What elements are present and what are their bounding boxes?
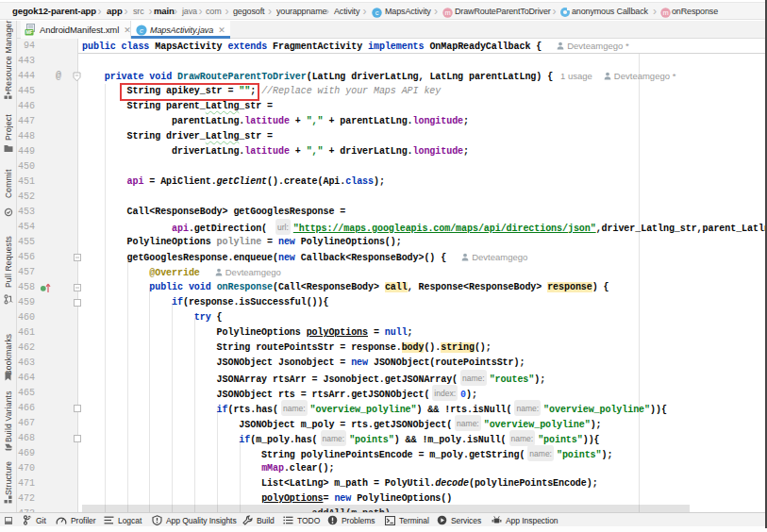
svg-text:c: c [140, 25, 143, 34]
svg-text:m: m [662, 8, 668, 17]
svg-text:c: c [375, 8, 379, 17]
svg-text:m: m [444, 8, 450, 17]
svg-text:MF: MF [25, 29, 32, 35]
